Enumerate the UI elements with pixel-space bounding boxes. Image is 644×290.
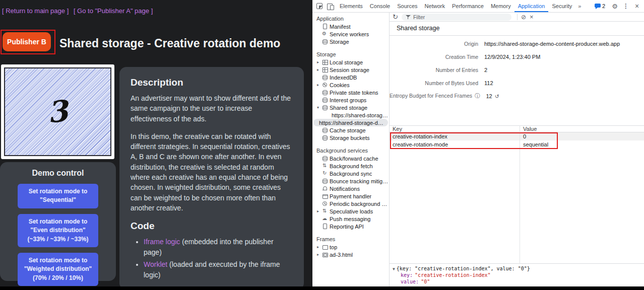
preview-props: key:"creative-rotation-index"value:"0" <box>393 272 641 285</box>
sidebar-item-label: Storage buckets <box>330 135 370 141</box>
issues-badge[interactable]: 2 <box>595 3 605 9</box>
section-header-background-services: Background services <box>312 147 389 155</box>
description-paragraphs: An advertiser may want to show different… <box>131 93 293 213</box>
tab-performance[interactable]: Performance <box>448 0 487 12</box>
sidebar-item-https-shared-storage-d[interactable]: https://shared-storage-d… <box>312 111 389 119</box>
updown-icon <box>322 163 328 169</box>
sidebar-item-label: Shared storage <box>330 105 367 111</box>
delete-selected-icon[interactable]: × <box>530 13 534 21</box>
sidebar-item-session-storage[interactable]: ▸Session storage <box>312 66 389 74</box>
database-icon <box>322 97 328 103</box>
refresh-icon[interactable]: ↻ <box>393 14 398 21</box>
sidebar-item-reporting-api[interactable]: Reporting API <box>312 223 389 230</box>
sidebar-item-private-state-tokens[interactable]: Private state tokens <box>312 89 389 96</box>
cookie-icon <box>322 82 328 88</box>
sidebar-item-interest-groups[interactable]: Interest groups <box>312 96 389 104</box>
code-link-iframe-logic[interactable]: Iframe logic <box>144 238 180 246</box>
column-header-value[interactable]: Value <box>520 126 537 132</box>
publisher-a-link[interactable]: [ Go to "Publisher A" page ] <box>74 7 153 15</box>
sidebar-item-periodic-background-s[interactable]: Periodic background s… <box>312 200 389 207</box>
expander-icon: ▸ <box>317 83 322 87</box>
shared-storage-toolbar: ↻ Filter ⊘ × <box>390 13 644 22</box>
tab-security[interactable]: Security <box>548 0 575 12</box>
sidebar-item-background-fetch[interactable]: Background fetch <box>312 162 389 170</box>
sidebar-item-label: Push messaging <box>330 216 370 222</box>
settings-gear-icon[interactable]: ⚙ <box>609 0 620 12</box>
button-line: (70% / 20% / 10%) <box>20 274 96 282</box>
kebab-menu-icon[interactable]: ⋮ <box>620 0 631 12</box>
sidebar-item-local-storage[interactable]: ▸Local storage <box>312 58 389 66</box>
devtools-main-panel: ↻ Filter ⊘ × Shared storage Originhttps:… <box>390 13 644 290</box>
sidebar-item-ad-3-html[interactable]: ▸ad-3.html <box>312 251 389 258</box>
sidebar-item-storage-buckets[interactable]: Storage buckets <box>312 134 389 141</box>
sidebar-item-cache-storage[interactable]: Cache storage <box>312 126 389 134</box>
database-icon <box>322 127 328 133</box>
sidebar-item-label: Payment handler <box>330 193 371 199</box>
table-row-creative-rotation-mode[interactable]: creative-rotation-modesequential <box>390 140 644 149</box>
sidebar-item-payment-handler[interactable]: Payment handler <box>312 192 389 200</box>
return-main-link[interactable]: [ Return to main page ] <box>2 7 69 15</box>
button-line: Set rotation mode to <box>20 187 96 196</box>
code-item: Worklet (loaded and executed by the ifra… <box>144 259 293 280</box>
sidebar-item-background-sync[interactable]: Background sync <box>312 170 389 177</box>
code-link-worklet[interactable]: Worklet <box>144 260 167 268</box>
sidebar-item-manifest[interactable]: Manifest <box>312 23 389 30</box>
tab-console[interactable]: Console <box>366 0 394 12</box>
sidebar-item-back-forward-cache[interactable]: Back/forward cache <box>312 155 389 162</box>
sidebar-item-top[interactable]: ▸top <box>312 243 389 251</box>
description-title: Description <box>131 77 293 88</box>
database-icon <box>322 105 328 110</box>
reset-budget-icon[interactable]: ↺ <box>495 93 499 99</box>
expand-caret-icon[interactable]: ▼ <box>393 267 395 271</box>
rotation-mode-button-sequential[interactable]: Set rotation mode to"Sequential" <box>18 184 98 208</box>
cell-value: 0 <box>520 132 526 140</box>
sidebar-item-speculative-loads[interactable]: ▸Speculative loads <box>312 207 389 215</box>
info-icon[interactable]: ⓘ <box>475 93 480 99</box>
sidebar-item-storage[interactable]: Storage <box>312 38 389 45</box>
metadata-row-number-of-entries: Number of Entries2 <box>390 63 644 77</box>
sidebar-item-service-workers[interactable]: Service workers <box>312 30 389 38</box>
tab-application[interactable]: Application <box>514 0 549 12</box>
rotation-mode-button-even-distribution[interactable]: Set rotation mode to"Even distribution"(… <box>18 214 98 247</box>
publisher-b-badge[interactable]: Publisher B <box>3 32 51 51</box>
sidebar-item-indexeddb[interactable]: IndexedDB <box>312 74 389 81</box>
column-header-key[interactable]: Key <box>390 126 520 132</box>
clock-icon <box>322 201 328 206</box>
sidebar-item-push-messaging[interactable]: Push messaging <box>312 215 389 223</box>
more-tabs-icon[interactable]: » <box>575 3 584 9</box>
sidebar-item-notifications[interactable]: Notifications <box>312 185 389 192</box>
sidebar-item-shared-storage[interactable]: ▾Shared storage <box>312 104 389 111</box>
inspect-element-icon[interactable] <box>314 0 325 12</box>
close-devtools-icon[interactable]: × <box>631 0 642 12</box>
rotation-mode-button-weighted-distribution[interactable]: Set rotation mode to"Weighted distributi… <box>18 253 98 286</box>
table-row-creative-rotation-index[interactable]: creative-rotation-index0 <box>390 132 644 140</box>
database-icon <box>322 90 328 95</box>
column-divider[interactable] <box>520 125 520 263</box>
device-toolbar-icon[interactable] <box>325 0 336 12</box>
expander-icon: ▾ <box>317 105 322 110</box>
gear-icon <box>322 31 328 37</box>
sidebar-item-label: Back/forward cache <box>330 156 378 162</box>
issues-icon <box>595 4 601 9</box>
sidebar-item-label: https://shared-storage-d… <box>319 120 383 126</box>
button-line: "Sequential" <box>20 196 96 204</box>
sidebar-item-bounce-tracking-mitiga[interactable]: Bounce tracking mitiga… <box>312 177 389 185</box>
devtools-tabs: ElementsConsoleSourcesNetworkPerformance… <box>336 0 575 12</box>
filter-input[interactable]: Filter <box>402 14 511 21</box>
metadata-value: 12/9/2024, 1:23:40 PM <box>484 54 540 60</box>
table-rows: creative-rotation-index0creative-rotatio… <box>390 132 644 149</box>
preview-prop-name: key: <box>401 272 413 278</box>
tab-network[interactable]: Network <box>421 0 448 12</box>
sidebar-item-cookies[interactable]: ▸Cookies <box>312 81 389 89</box>
clear-all-icon[interactable]: ⊘ <box>521 14 526 21</box>
entry-preview-pane: ▼{key: "creative-rotation-index", value:… <box>390 263 644 290</box>
metadata-value: https://shared-storage-demo-content-prod… <box>484 41 620 47</box>
sidebar-item-https-shared-storage-d[interactable]: https://shared-storage-d… <box>313 119 388 126</box>
tab-memory[interactable]: Memory <box>487 0 514 12</box>
sidebar-item-label: Background sync <box>330 171 372 177</box>
tab-elements[interactable]: Elements <box>336 0 366 12</box>
tab-sources[interactable]: Sources <box>394 0 421 12</box>
cloud-icon <box>322 216 328 222</box>
metadata-label: Origin <box>390 41 478 47</box>
issues-count: 2 <box>602 3 605 9</box>
